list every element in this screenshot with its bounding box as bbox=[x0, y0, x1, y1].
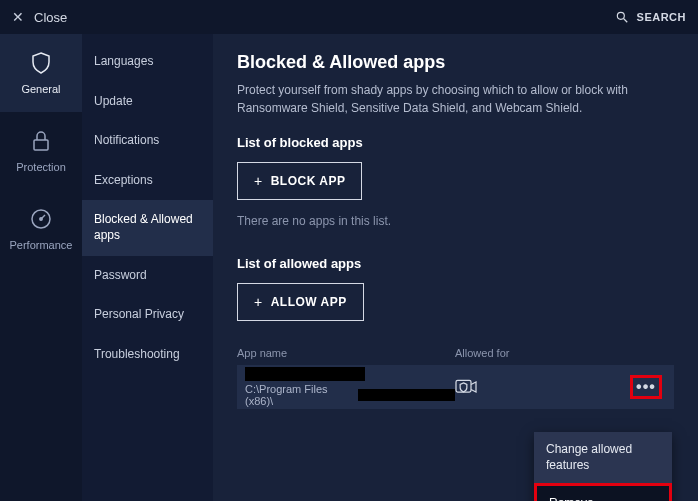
webcam-shield-icon bbox=[455, 377, 477, 397]
table-row: C:\Program Files (x86)\ ••• bbox=[237, 365, 674, 409]
plus-icon: + bbox=[254, 173, 263, 189]
allowed-apps-table: App name Allowed for C:\Program Files (x… bbox=[237, 341, 674, 409]
rail-label-performance: Performance bbox=[10, 239, 73, 251]
col-header-allowed: Allowed for bbox=[455, 347, 615, 359]
subnav-troubleshooting[interactable]: Troubleshooting bbox=[82, 335, 213, 375]
context-menu: Change allowed features Remove bbox=[534, 432, 672, 501]
menu-remove[interactable]: Remove bbox=[534, 483, 672, 501]
rail-item-general[interactable]: General bbox=[0, 34, 82, 112]
svg-rect-2 bbox=[34, 140, 48, 150]
more-options-button[interactable]: ••• bbox=[630, 375, 662, 399]
shield-icon bbox=[29, 51, 53, 75]
block-app-button[interactable]: + BLOCK APP bbox=[237, 162, 362, 200]
subnav-password[interactable]: Password bbox=[82, 256, 213, 296]
redacted-app-name bbox=[245, 367, 365, 381]
svg-point-4 bbox=[40, 218, 42, 220]
svg-line-1 bbox=[623, 19, 627, 23]
redacted-path bbox=[358, 389, 455, 401]
search-label: SEARCH bbox=[637, 11, 686, 23]
blocked-empty-text: There are no apps in this list. bbox=[237, 214, 674, 228]
col-header-name: App name bbox=[237, 347, 455, 359]
sidebar-rail: General Protection Performance bbox=[0, 34, 82, 501]
allowed-for-cell bbox=[455, 377, 615, 397]
lock-icon bbox=[29, 129, 53, 153]
close-button[interactable]: ✕ Close bbox=[12, 9, 67, 25]
svg-point-0 bbox=[617, 12, 624, 19]
app-name-cell: C:\Program Files (x86)\ bbox=[237, 367, 455, 407]
search-icon bbox=[615, 10, 629, 24]
allow-app-button[interactable]: + ALLOW APP bbox=[237, 283, 364, 321]
more-icon: ••• bbox=[636, 378, 656, 396]
subnav-update[interactable]: Update bbox=[82, 82, 213, 122]
subnav-notifications[interactable]: Notifications bbox=[82, 121, 213, 161]
page-description: Protect yourself from shady apps by choo… bbox=[237, 81, 667, 117]
subnav-exceptions[interactable]: Exceptions bbox=[82, 161, 213, 201]
subnav-personal-privacy[interactable]: Personal Privacy bbox=[82, 295, 213, 335]
allowed-heading: List of allowed apps bbox=[237, 256, 674, 271]
allow-app-label: ALLOW APP bbox=[271, 295, 347, 309]
block-app-label: BLOCK APP bbox=[271, 174, 346, 188]
close-label: Close bbox=[34, 10, 67, 25]
settings-subnav: Languages Update Notifications Exception… bbox=[82, 34, 213, 501]
close-icon: ✕ bbox=[12, 9, 24, 25]
rail-label-general: General bbox=[21, 83, 60, 95]
blocked-heading: List of blocked apps bbox=[237, 135, 674, 150]
table-header: App name Allowed for bbox=[237, 341, 674, 365]
menu-change-allowed[interactable]: Change allowed features bbox=[534, 432, 672, 483]
subnav-languages[interactable]: Languages bbox=[82, 42, 213, 82]
subnav-blocked-allowed[interactable]: Blocked & Allowed apps bbox=[82, 200, 213, 255]
page-title: Blocked & Allowed apps bbox=[237, 52, 674, 73]
app-path: C:\Program Files (x86)\ bbox=[245, 383, 455, 407]
rail-item-protection[interactable]: Protection bbox=[0, 112, 82, 190]
plus-icon: + bbox=[254, 294, 263, 310]
main-panel: Blocked & Allowed apps Protect yourself … bbox=[213, 34, 698, 501]
rail-item-performance[interactable]: Performance bbox=[0, 190, 82, 268]
svg-rect-5 bbox=[456, 380, 471, 392]
rail-label-protection: Protection bbox=[16, 161, 66, 173]
gauge-icon bbox=[29, 207, 53, 231]
app-path-prefix: C:\Program Files (x86)\ bbox=[245, 383, 356, 407]
search-button[interactable]: SEARCH bbox=[615, 10, 686, 24]
